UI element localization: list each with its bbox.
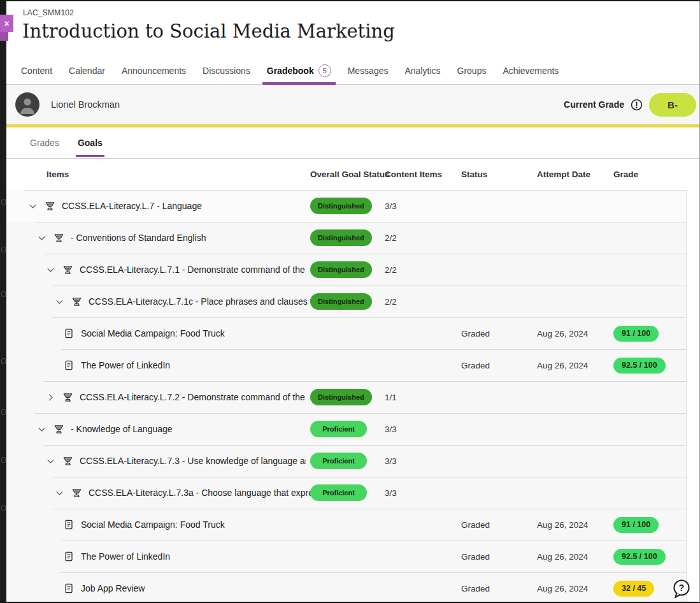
content-items-count: 3/3 (385, 445, 397, 477)
gradebook-count-badge: 5 (318, 64, 331, 77)
sidebar-partial-icon (1, 505, 6, 511)
col-content-items: Content Items (385, 159, 442, 190)
gradebook-subtabs: Grades Goals (6, 127, 699, 159)
table-row[interactable]: The Power of LinkedIn Graded Aug 26, 202… (6, 349, 687, 381)
attempt-date: Aug 26, 2024 (537, 317, 588, 349)
tab-announcements[interactable]: Announcements (122, 57, 186, 84)
row-label[interactable]: CCSS.ELA-Literacy.L.7.1 - Demonstrate co… (80, 265, 306, 275)
row-label[interactable]: Job App Review (81, 583, 145, 593)
row-separator (52, 509, 686, 509)
tab-goals[interactable]: Goals (78, 127, 103, 158)
table-row[interactable]: CCSS.ELA-Literacy.L.7.3 - Use knowledge … (6, 445, 687, 477)
trophy-icon (62, 391, 74, 403)
table-row[interactable]: Social Media Campaign: Food Truck Graded… (6, 509, 687, 541)
item-status: Graded (461, 509, 490, 541)
chevron-down-icon[interactable] (37, 233, 47, 243)
document-icon (64, 328, 75, 339)
row-label[interactable]: Social Media Campaign: Food Truck (81, 519, 225, 530)
grade-badge: 92.5 / 100 (613, 541, 666, 572)
trophy-icon (71, 487, 83, 498)
chevron-down-icon[interactable] (37, 424, 47, 434)
sidebar-partial-icon (1, 247, 6, 252)
item-status: Graded (461, 541, 490, 572)
close-x-icon[interactable]: × (0, 15, 13, 32)
row-separator (61, 541, 686, 541)
chevron-down-icon[interactable] (46, 265, 56, 275)
table-header: Items Overall Goal Status Content Items … (6, 159, 699, 190)
current-grade-pill: B- (649, 93, 696, 117)
grade-badge: 32 / 45 (613, 572, 654, 603)
row-label[interactable]: CCSS.ELA-Literacy.L.7.3a - Choose langua… (89, 488, 315, 498)
table-row[interactable]: Social Media Campaign: Food Truck Graded… (6, 317, 687, 349)
row-label[interactable]: CCSS.ELA-Literacy.L.7.1c - Place phrases… (89, 296, 315, 307)
table-row[interactable]: - Knowledge of Language Proficient 3/3 (6, 413, 687, 445)
row-label[interactable]: - Conventions of Standard English (71, 233, 206, 243)
table-row[interactable]: CCSS.ELA-Literacy.L.7.2 - Demonstrate co… (6, 381, 687, 413)
row-label[interactable]: CCSS.ELA-Literacy.L.7.3 - Use knowledge … (80, 456, 306, 466)
student-name: Lionel Brockman (51, 99, 120, 110)
row-label[interactable]: CCSS.ELA-Literacy.L.7.2 - Demonstrate co… (80, 392, 306, 402)
tab-achievements[interactable]: Achievements (503, 57, 559, 84)
main-content: LAC_SMM102 Introduction to Social Media … (6, 1, 699, 602)
tab-content[interactable]: Content (21, 57, 52, 84)
row-separator (61, 349, 686, 350)
table-row[interactable]: CCSS.ELA-Literacy.L.7 - Language Disting… (6, 190, 687, 222)
goal-status-badge: Proficient (310, 413, 367, 445)
goal-status-badge: Distinguished (310, 381, 372, 413)
attempt-date: Aug 26, 2024 (537, 509, 588, 541)
goal-status-badge: Distinguished (310, 286, 372, 317)
collapsed-sidebar[interactable] (0, 1, 6, 602)
row-label[interactable]: The Power of LinkedIn (81, 360, 170, 370)
row-label[interactable]: The Power of LinkedIn (81, 551, 170, 562)
goal-status-badge: Distinguished (310, 254, 372, 286)
tab-gradebook[interactable]: Gradebook 5 (267, 57, 331, 84)
content-items-count: 3/3 (385, 477, 397, 509)
content-items-count: 1/1 (385, 381, 397, 413)
goal-status-badge: Distinguished (310, 190, 372, 222)
goal-status-badge: Proficient (310, 477, 367, 509)
chevron-down-icon[interactable] (46, 456, 56, 466)
tab-groups[interactable]: Groups (457, 57, 487, 84)
person-avatar (15, 92, 39, 117)
row-label[interactable]: - Knowledge of Language (71, 424, 173, 434)
table-row[interactable]: CCSS.ELA-Literacy.L.7.3a - Choose langua… (6, 477, 687, 509)
table-row[interactable]: - Conventions of Standard English Distin… (6, 222, 687, 254)
goal-status-badge: Proficient (310, 445, 367, 477)
sidebar-partial-icon (1, 409, 6, 415)
tab-grades[interactable]: Grades (30, 127, 59, 158)
course-nav: Content Calendar Announcements Discussio… (6, 57, 699, 85)
tab-messages[interactable]: Messages (348, 57, 389, 84)
tab-analytics[interactable]: Analytics (404, 57, 440, 84)
document-icon (64, 583, 75, 594)
attempt-date: Aug 26, 2024 (537, 541, 588, 572)
page-title: Introduction to Social Media Marketing (22, 20, 395, 42)
trophy-icon (62, 264, 74, 275)
course-code: LAC_SMM102 (23, 8, 74, 17)
tab-calendar[interactable]: Calendar (69, 57, 105, 84)
chevron-right-icon[interactable] (46, 392, 56, 402)
col-overall-goal-status: Overall Goal Status (310, 159, 390, 190)
chevron-down-icon[interactable] (55, 488, 65, 498)
trophy-icon (45, 200, 56, 212)
content-items-count: 2/2 (385, 222, 397, 254)
content-items-count: 3/3 (385, 190, 397, 222)
table-row[interactable]: Job App Review Graded Aug 26, 2024 32 / … (6, 572, 687, 603)
table-row[interactable]: CCSS.ELA-Literacy.L.7.1c - Place phrases… (6, 286, 687, 317)
content-items-count: 2/2 (385, 286, 397, 317)
trophy-icon (62, 455, 74, 467)
current-grade-label: Current Grade (564, 99, 624, 110)
info-icon[interactable] (631, 99, 643, 111)
row-label[interactable]: CCSS.ELA-Literacy.L.7 - Language (62, 201, 202, 211)
table-row[interactable]: The Power of LinkedIn Graded Aug 26, 202… (6, 541, 687, 572)
attempt-date: Aug 26, 2024 (537, 349, 588, 381)
help-question-icon[interactable]: ? (671, 578, 692, 600)
tab-discussions[interactable]: Discussions (203, 57, 250, 84)
chevron-down-icon[interactable] (55, 296, 65, 307)
chevron-down-icon[interactable] (28, 201, 38, 211)
document-icon (64, 519, 75, 530)
svg-text:?: ? (679, 583, 685, 593)
trophy-icon (71, 296, 83, 307)
row-label[interactable]: Social Media Campaign: Food Truck (81, 328, 225, 338)
col-items: Items (46, 159, 69, 190)
table-row[interactable]: CCSS.ELA-Literacy.L.7.1 - Demonstrate co… (6, 254, 687, 286)
